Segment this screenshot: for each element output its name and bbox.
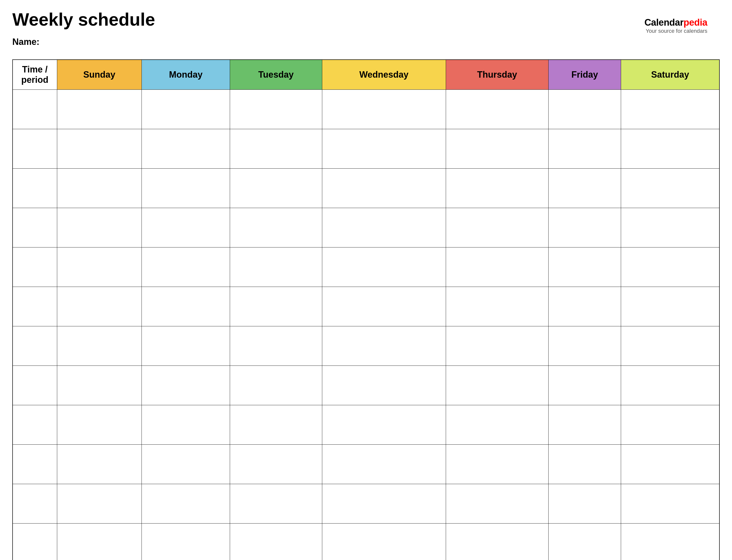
day-cell-row-10-col-7[interactable] <box>621 484 719 524</box>
day-cell-row-2-col-6[interactable] <box>549 169 621 208</box>
day-cell-row-9-col-1[interactable] <box>57 445 142 484</box>
day-cell-row-5-col-4[interactable] <box>322 287 446 326</box>
day-cell-row-8-col-1[interactable] <box>57 405 142 445</box>
day-cell-row-2-col-5[interactable] <box>446 169 549 208</box>
day-cell-row-0-col-3[interactable] <box>230 90 322 129</box>
day-cell-row-8-col-6[interactable] <box>549 405 621 445</box>
day-cell-row-10-col-6[interactable] <box>549 484 621 524</box>
day-cell-row-11-col-7[interactable] <box>621 524 719 560</box>
time-cell-row-0[interactable] <box>13 90 57 129</box>
day-cell-row-11-col-4[interactable] <box>322 524 446 560</box>
day-cell-row-6-col-4[interactable] <box>322 326 446 366</box>
day-cell-row-3-col-3[interactable] <box>230 208 322 247</box>
day-cell-row-6-col-1[interactable] <box>57 326 142 366</box>
day-cell-row-5-col-2[interactable] <box>142 287 230 326</box>
name-label: Name: <box>12 37 720 47</box>
day-cell-row-7-col-5[interactable] <box>446 366 549 405</box>
day-cell-row-0-col-5[interactable] <box>446 90 549 129</box>
time-cell-row-10[interactable] <box>13 484 57 524</box>
time-cell-row-7[interactable] <box>13 366 57 405</box>
day-cell-row-9-col-6[interactable] <box>549 445 621 484</box>
day-cell-row-4-col-5[interactable] <box>446 247 549 287</box>
day-cell-row-7-col-7[interactable] <box>621 366 719 405</box>
day-cell-row-3-col-1[interactable] <box>57 208 142 247</box>
day-cell-row-1-col-7[interactable] <box>621 129 719 169</box>
time-cell-row-6[interactable] <box>13 326 57 366</box>
time-cell-row-2[interactable] <box>13 169 57 208</box>
day-cell-row-7-col-1[interactable] <box>57 366 142 405</box>
day-cell-row-2-col-4[interactable] <box>322 169 446 208</box>
day-cell-row-1-col-4[interactable] <box>322 129 446 169</box>
day-cell-row-6-col-5[interactable] <box>446 326 549 366</box>
time-cell-row-5[interactable] <box>13 287 57 326</box>
header-monday: Monday <box>142 60 230 90</box>
day-cell-row-11-col-1[interactable] <box>57 524 142 560</box>
header-saturday: Saturday <box>621 60 719 90</box>
day-cell-row-7-col-6[interactable] <box>549 366 621 405</box>
day-cell-row-8-col-4[interactable] <box>322 405 446 445</box>
day-cell-row-11-col-6[interactable] <box>549 524 621 560</box>
day-cell-row-2-col-7[interactable] <box>621 169 719 208</box>
day-cell-row-10-col-3[interactable] <box>230 484 322 524</box>
day-cell-row-5-col-6[interactable] <box>549 287 621 326</box>
day-cell-row-9-col-7[interactable] <box>621 445 719 484</box>
time-cell-row-11[interactable] <box>13 524 57 560</box>
time-cell-row-3[interactable] <box>13 208 57 247</box>
day-cell-row-3-col-5[interactable] <box>446 208 549 247</box>
day-cell-row-10-col-2[interactable] <box>142 484 230 524</box>
day-cell-row-6-col-7[interactable] <box>621 326 719 366</box>
day-cell-row-6-col-6[interactable] <box>549 326 621 366</box>
day-cell-row-5-col-3[interactable] <box>230 287 322 326</box>
day-cell-row-4-col-6[interactable] <box>549 247 621 287</box>
day-cell-row-5-col-1[interactable] <box>57 287 142 326</box>
day-cell-row-8-col-7[interactable] <box>621 405 719 445</box>
day-cell-row-9-col-2[interactable] <box>142 445 230 484</box>
day-cell-row-11-col-3[interactable] <box>230 524 322 560</box>
time-cell-row-8[interactable] <box>13 405 57 445</box>
day-cell-row-2-col-1[interactable] <box>57 169 142 208</box>
day-cell-row-7-col-4[interactable] <box>322 366 446 405</box>
day-cell-row-5-col-5[interactable] <box>446 287 549 326</box>
day-cell-row-8-col-3[interactable] <box>230 405 322 445</box>
day-cell-row-8-col-5[interactable] <box>446 405 549 445</box>
day-cell-row-4-col-3[interactable] <box>230 247 322 287</box>
day-cell-row-3-col-2[interactable] <box>142 208 230 247</box>
day-cell-row-0-col-6[interactable] <box>549 90 621 129</box>
day-cell-row-5-col-7[interactable] <box>621 287 719 326</box>
day-cell-row-2-col-2[interactable] <box>142 169 230 208</box>
day-cell-row-11-col-2[interactable] <box>142 524 230 560</box>
day-cell-row-6-col-2[interactable] <box>142 326 230 366</box>
day-cell-row-7-col-3[interactable] <box>230 366 322 405</box>
time-cell-row-4[interactable] <box>13 247 57 287</box>
day-cell-row-3-col-4[interactable] <box>322 208 446 247</box>
day-cell-row-10-col-1[interactable] <box>57 484 142 524</box>
day-cell-row-0-col-2[interactable] <box>142 90 230 129</box>
day-cell-row-4-col-4[interactable] <box>322 247 446 287</box>
day-cell-row-4-col-1[interactable] <box>57 247 142 287</box>
day-cell-row-2-col-3[interactable] <box>230 169 322 208</box>
day-cell-row-0-col-1[interactable] <box>57 90 142 129</box>
day-cell-row-6-col-3[interactable] <box>230 326 322 366</box>
day-cell-row-11-col-5[interactable] <box>446 524 549 560</box>
day-cell-row-3-col-7[interactable] <box>621 208 719 247</box>
day-cell-row-1-col-2[interactable] <box>142 129 230 169</box>
day-cell-row-1-col-1[interactable] <box>57 129 142 169</box>
day-cell-row-9-col-4[interactable] <box>322 445 446 484</box>
day-cell-row-7-col-2[interactable] <box>142 366 230 405</box>
day-cell-row-10-col-4[interactable] <box>322 484 446 524</box>
time-cell-row-1[interactable] <box>13 129 57 169</box>
day-cell-row-1-col-5[interactable] <box>446 129 549 169</box>
day-cell-row-3-col-6[interactable] <box>549 208 621 247</box>
day-cell-row-10-col-5[interactable] <box>446 484 549 524</box>
day-cell-row-4-col-7[interactable] <box>621 247 719 287</box>
day-cell-row-9-col-3[interactable] <box>230 445 322 484</box>
day-cell-row-8-col-2[interactable] <box>142 405 230 445</box>
day-cell-row-1-col-3[interactable] <box>230 129 322 169</box>
brand-name-black: Calendar <box>644 17 684 28</box>
day-cell-row-4-col-2[interactable] <box>142 247 230 287</box>
day-cell-row-1-col-6[interactable] <box>549 129 621 169</box>
day-cell-row-0-col-4[interactable] <box>322 90 446 129</box>
time-cell-row-9[interactable] <box>13 445 57 484</box>
day-cell-row-0-col-7[interactable] <box>621 90 719 129</box>
day-cell-row-9-col-5[interactable] <box>446 445 549 484</box>
